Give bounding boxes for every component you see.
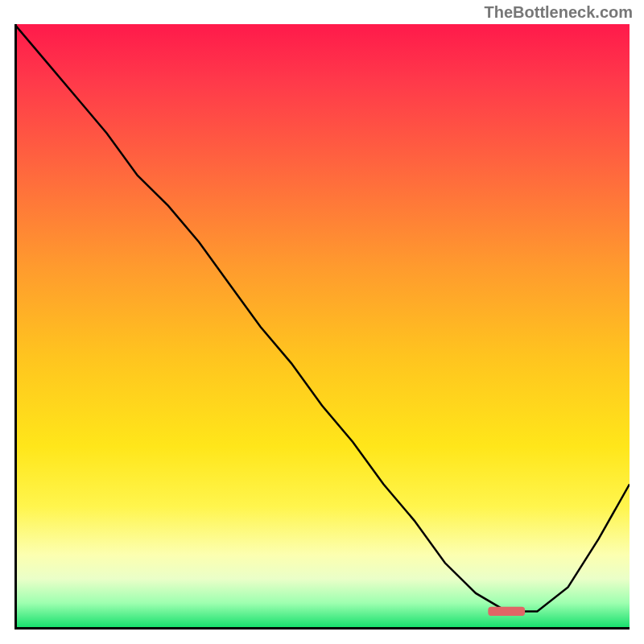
optimal-marker <box>488 607 525 616</box>
chart-plot <box>14 24 630 630</box>
gradient-backdrop <box>17 24 630 627</box>
watermark: TheBottleneck.com <box>485 3 633 22</box>
